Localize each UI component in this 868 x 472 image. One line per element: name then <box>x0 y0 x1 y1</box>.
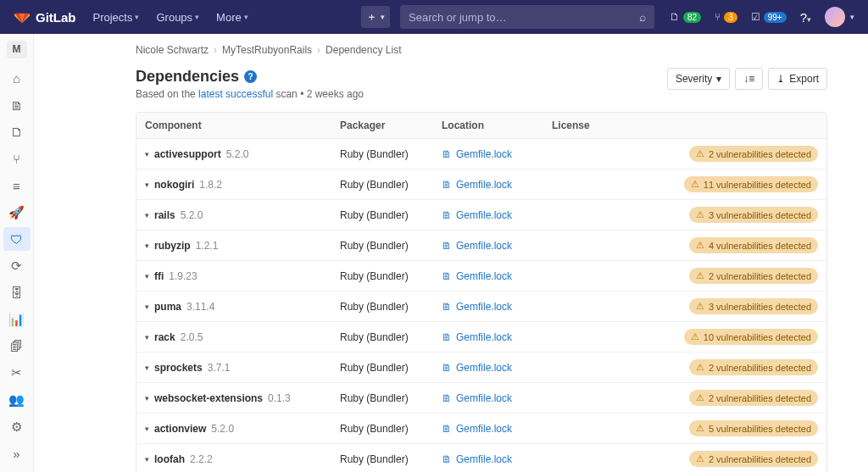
sidebar-item-security[interactable]: 🛡 <box>3 227 31 251</box>
nav-groups[interactable]: Groups▾ <box>149 11 206 24</box>
vulnerability-badge[interactable]: ⚠2 vulnerabilities detected <box>689 359 818 375</box>
scan-link[interactable]: latest successful <box>198 88 273 100</box>
vulnerability-badge[interactable]: ⚠11 vulnerabilities detected <box>684 176 818 192</box>
packager-cell: Ruby (Bundler) <box>340 423 442 435</box>
sidebar-item-snippets[interactable]: ✂ <box>3 362 31 386</box>
location-link[interactable]: Gemfile.lock <box>456 362 512 374</box>
sidebar-item-issues[interactable]: 🗋 <box>3 120 31 144</box>
sidebar-item-ci-cd[interactable]: ≡ <box>3 174 31 197</box>
component-name[interactable]: websocket-extensions <box>154 392 263 404</box>
location-link[interactable]: Gemfile.lock <box>456 301 512 313</box>
col-component[interactable]: Component <box>145 119 340 131</box>
location-link[interactable]: Gemfile.lock <box>456 240 512 252</box>
severity-filter[interactable]: Severity▾ <box>667 68 730 90</box>
help-menu[interactable]: ?▾ <box>795 10 816 25</box>
location-link[interactable]: Gemfile.lock <box>456 148 512 160</box>
global-search[interactable]: ⌕ <box>400 5 654 29</box>
vulnerability-badge[interactable]: ⚠2 vulnerabilities detected <box>689 146 818 162</box>
component-version: 1.8.2 <box>199 179 222 191</box>
chevron-down-icon[interactable]: ▾ <box>145 272 149 280</box>
nav-more[interactable]: More▾ <box>209 11 255 24</box>
project-avatar[interactable]: M <box>7 41 27 58</box>
vulnerability-badge[interactable]: ⚠10 vulnerabilities detected <box>684 329 818 345</box>
location-link[interactable]: Gemfile.lock <box>456 179 512 191</box>
col-packager[interactable]: Packager <box>340 119 442 131</box>
export-button[interactable]: ⤓Export <box>768 68 827 90</box>
gitlab-logo-icon <box>14 8 31 25</box>
table-row: ▾ nokogiri 1.8.2Ruby (Bundler)🗎Gemfile.l… <box>136 169 826 200</box>
chevron-down-icon[interactable]: ▾ <box>145 364 149 372</box>
component-name[interactable]: actionview <box>154 423 206 435</box>
mr-counter[interactable]: ⑂3 <box>709 11 743 23</box>
vulnerability-badge[interactable]: ⚠4 vulnerabilities detected <box>689 237 818 253</box>
vulnerability-badge[interactable]: ⚠5 vulnerabilities detected <box>689 420 818 436</box>
collapse-sidebar[interactable]: » <box>3 441 31 465</box>
component-version: 5.2.0 <box>181 209 203 221</box>
sidebar-item-settings[interactable]: ⚙ <box>3 415 31 439</box>
component-name[interactable]: ffi <box>154 270 164 282</box>
brand[interactable]: GitLab <box>14 8 76 25</box>
chevron-down-icon[interactable]: ▾ <box>145 333 149 342</box>
location-link[interactable]: Gemfile.lock <box>456 392 512 404</box>
vulnerability-badge[interactable]: ⚠2 vulnerabilities detected <box>689 268 818 284</box>
location-link[interactable]: Gemfile.lock <box>456 270 512 282</box>
vulnerability-badge[interactable]: ⚠2 vulnerabilities detected <box>689 451 818 467</box>
table-row: ▾ activesupport 5.2.0Ruby (Bundler)🗎Gemf… <box>136 139 826 169</box>
sidebar-item-merge-requests[interactable]: ⑂ <box>3 147 31 171</box>
sort-icon: ↓≡ <box>743 73 754 85</box>
vulnerability-badge[interactable]: ⚠3 vulnerabilities detected <box>689 298 818 314</box>
table-row: ▾ rack 2.0.5Ruby (Bundler)🗎Gemfile.lock⚠… <box>136 322 826 353</box>
sidebar-item-wiki[interactable]: 🗐 <box>3 335 31 358</box>
packager-cell: Ruby (Bundler) <box>340 301 442 313</box>
col-location[interactable]: Location <box>442 119 552 131</box>
chevron-down-icon[interactable]: ▾ <box>145 455 149 464</box>
vulnerability-badge[interactable]: ⚠2 vulnerabilities detected <box>689 390 818 406</box>
new-dropdown[interactable]: ＋ ▾ <box>361 6 390 28</box>
sort-button[interactable]: ↓≡ <box>735 68 763 90</box>
crumb-project[interactable]: MyTestRubyonRails <box>222 44 312 56</box>
issues-icon: 🗋 <box>670 11 680 23</box>
chevron-down-icon[interactable]: ▾ <box>145 242 149 250</box>
chevron-down-icon: ▾ <box>135 13 139 21</box>
user-avatar[interactable] <box>825 7 845 27</box>
chevron-down-icon[interactable]: ▾ <box>145 211 149 219</box>
nav-projects[interactable]: Projects▾ <box>86 11 147 24</box>
chevron-down-icon[interactable]: ▾ <box>145 180 149 189</box>
location-link[interactable]: Gemfile.lock <box>456 331 512 343</box>
col-license[interactable]: License <box>552 119 645 131</box>
component-name[interactable]: activesupport <box>154 148 221 160</box>
table-row: ▾ puma 3.11.4Ruby (Bundler)🗎Gemfile.lock… <box>136 292 826 322</box>
component-version: 3.7.1 <box>208 362 231 374</box>
sidebar-item-project-home[interactable]: ⌂ <box>3 67 31 91</box>
sidebar-item-analytics[interactable]: 📊 <box>3 308 31 331</box>
component-name[interactable]: loofah <box>154 453 185 465</box>
chevron-down-icon[interactable]: ▾ <box>145 394 149 403</box>
crumb-user[interactable]: Nicole Schwartz <box>136 44 209 56</box>
location-link[interactable]: Gemfile.lock <box>456 453 512 465</box>
packager-cell: Ruby (Bundler) <box>340 209 442 221</box>
page-title: Dependencies ? <box>136 68 364 86</box>
sidebar-item-repository[interactable]: 🗎 <box>3 93 31 117</box>
todo-counter[interactable]: ☑99+ <box>746 11 792 23</box>
search-input[interactable] <box>409 11 639 24</box>
component-name[interactable]: puma <box>154 301 181 313</box>
component-name[interactable]: nokogiri <box>154 179 194 191</box>
vulnerability-badge[interactable]: ⚠3 vulnerabilities detected <box>689 207 818 223</box>
component-name[interactable]: rubyzip <box>154 240 191 252</box>
component-name[interactable]: sprockets <box>154 362 203 374</box>
chevron-down-icon[interactable]: ▾ <box>145 150 149 158</box>
issues-counter[interactable]: 🗋82 <box>665 11 706 23</box>
sidebar-item-operations[interactable]: ⟳ <box>3 254 31 278</box>
component-name[interactable]: rack <box>154 331 175 343</box>
chevron-down-icon[interactable]: ▾ <box>145 303 149 311</box>
component-name[interactable]: rails <box>154 209 175 221</box>
location-link[interactable]: Gemfile.lock <box>456 423 512 435</box>
help-icon[interactable]: ? <box>244 70 257 83</box>
location-link[interactable]: Gemfile.lock <box>456 209 512 221</box>
sidebar-item-pipelines[interactable]: 🚀 <box>3 201 31 225</box>
chevron-down-icon[interactable]: ▾ <box>145 425 149 433</box>
warning-icon: ⚠ <box>696 209 704 220</box>
sidebar-item-members[interactable]: 👥 <box>3 388 31 412</box>
sidebar-item-packages[interactable]: 🗄 <box>3 281 31 305</box>
component-version: 5.2.0 <box>211 423 234 435</box>
